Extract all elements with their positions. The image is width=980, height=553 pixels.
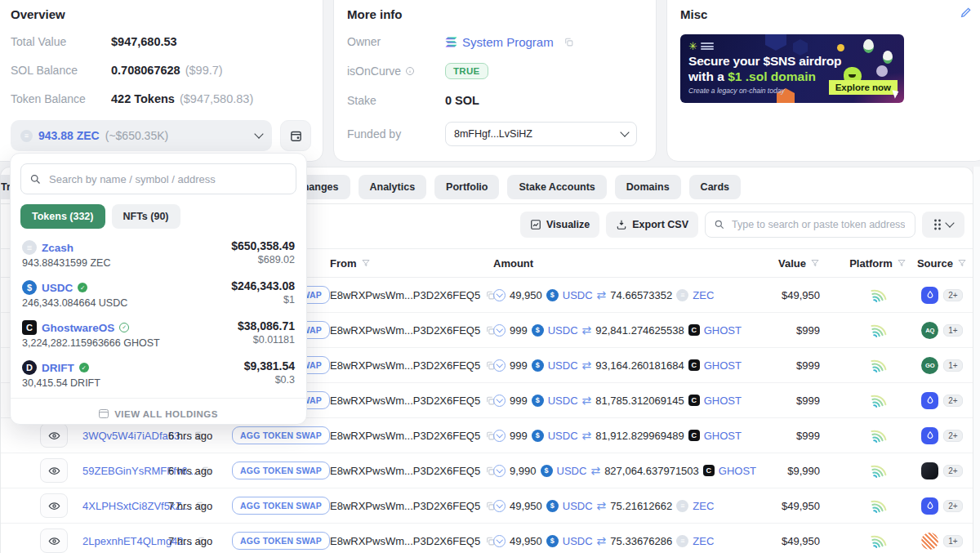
token-out-link[interactable]: GHOST <box>704 395 742 407</box>
token-out-link[interactable]: GHOST <box>704 359 742 372</box>
holding-item[interactable]: ≡Zcash 943.88431599 ZEC $650,358.49 $689… <box>11 234 306 274</box>
column-header-source[interactable]: Source <box>911 257 973 270</box>
wallet-button[interactable] <box>280 120 311 151</box>
tokens-tab[interactable]: Tokens (332) <box>20 204 105 229</box>
filter-icon[interactable] <box>957 258 967 268</box>
token-in-link[interactable]: USDC <box>548 430 578 442</box>
from-address[interactable]: E8wRXPwsWm...P3D2X6FEQ5 <box>330 500 480 512</box>
holding-item[interactable]: CGhostwareOS✓ 3,224,282.115963666 GHOST … <box>11 314 306 354</box>
source-aq-icon[interactable]: AQ <box>921 322 938 339</box>
export-csv-button[interactable]: Export CSV <box>606 212 698 238</box>
holding-name-link[interactable]: Zcash <box>42 242 74 254</box>
token-out-link[interactable]: GHOST <box>704 324 742 337</box>
source-dark-icon[interactable] <box>921 462 938 479</box>
view-all-holdings-button[interactable]: VIEW ALL HOLDINGS <box>11 398 306 429</box>
platform-icon[interactable] <box>870 461 887 480</box>
token-in-link[interactable]: USDC <box>548 324 578 337</box>
platform-icon[interactable] <box>870 390 887 410</box>
platform-icon[interactable] <box>870 426 887 445</box>
token-in-link[interactable]: USDC <box>563 535 593 547</box>
from-address[interactable]: E8wRXPwsWm...P3D2X6FEQ5 <box>330 430 480 442</box>
action-badge[interactable]: AGG TOKEN SWAP <box>232 497 330 515</box>
copy-icon[interactable] <box>564 37 574 47</box>
from-address[interactable]: E8wRXPwsWm...P3D2X6FEQ5 <box>330 535 480 547</box>
platform-icon[interactable] <box>870 320 887 340</box>
token-out-link[interactable]: ZEC <box>693 289 714 301</box>
preview-eye-button[interactable] <box>40 493 68 518</box>
token-in-link[interactable]: USDC <box>557 465 587 477</box>
expand-chevron-icon[interactable] <box>493 395 506 407</box>
from-address[interactable]: E8wRXPwsWm...P3D2X6FEQ5 <box>330 465 480 477</box>
holding-item[interactable]: DDRIFT✓ 30,415.54 DRIFT $9,381.54 $0.3 <box>11 354 306 394</box>
nfts-tab[interactable]: NFTs (90) <box>112 204 180 229</box>
visualize-button[interactable]: Visualize <box>520 212 599 238</box>
column-header-amount[interactable]: Amount <box>493 257 738 270</box>
token-in-link[interactable]: USDC <box>563 500 593 512</box>
filter-icon[interactable] <box>897 258 906 268</box>
source-drop-icon[interactable] <box>921 287 938 304</box>
table-search-input[interactable] <box>730 218 906 231</box>
row-value: $999 <box>738 430 820 442</box>
token-out-link[interactable]: ZEC <box>693 535 714 547</box>
action-badge[interactable]: AGG TOKEN SWAP <box>232 462 330 479</box>
edit-pencil-icon[interactable] <box>960 6 973 21</box>
tab-domains[interactable]: Domains <box>615 175 681 199</box>
expand-chevron-icon[interactable] <box>493 430 506 442</box>
source-drop-icon[interactable] <box>921 427 938 444</box>
token-selector[interactable]: ≡ 943.88 ZEC (~$650.35K) <box>11 120 272 151</box>
from-address[interactable]: E8wRXPwsWm...P3D2X6FEQ5 <box>330 324 480 337</box>
ad-cta-button[interactable]: Explore now <box>829 80 898 95</box>
column-header-platform[interactable]: Platform <box>820 257 911 270</box>
platform-icon[interactable] <box>870 285 887 305</box>
token-out-link[interactable]: GHOST <box>704 430 742 442</box>
preview-eye-button[interactable] <box>40 458 68 483</box>
action-badge[interactable]: AGG TOKEN SWAP <box>232 426 330 444</box>
preview-eye-button[interactable] <box>40 528 68 553</box>
token-in-link[interactable]: USDC <box>548 359 578 372</box>
source-drop-icon[interactable] <box>921 392 938 409</box>
platform-icon[interactable] <box>870 531 887 551</box>
source-drop-icon[interactable] <box>921 497 938 515</box>
from-address[interactable]: E8wRXPwsWm...P3D2X6FEQ5 <box>330 359 480 372</box>
platform-icon[interactable] <box>870 355 887 375</box>
from-address[interactable]: E8wRXPwsWm...P3D2X6FEQ5 <box>330 289 480 301</box>
token-out-link[interactable]: ZEC <box>693 500 714 512</box>
source-go-icon[interactable]: GO <box>921 357 938 374</box>
column-header-value[interactable]: Value <box>738 257 820 270</box>
token-in-link[interactable]: USDC <box>548 395 578 407</box>
expand-chevron-icon[interactable] <box>493 465 506 477</box>
token-selector-amount: 943.88 ZEC <box>38 129 100 142</box>
column-header-from[interactable]: From <box>330 257 493 270</box>
action-badge[interactable]: AGG TOKEN SWAP <box>232 532 330 550</box>
info-icon[interactable] <box>405 66 415 76</box>
ghost-icon: C <box>688 430 700 441</box>
ad-banner[interactable]: ✳ Secure your $SNS airdrop with a $1 .so… <box>680 34 904 103</box>
platform-icon[interactable] <box>870 496 887 515</box>
scrollbar-gutter[interactable] <box>973 167 980 553</box>
swap-arrows-icon: ⇄ <box>597 534 607 547</box>
tab-portfolio[interactable]: Portfolio <box>434 175 499 199</box>
tab-cards[interactable]: Cards <box>689 175 741 199</box>
expand-chevron-icon[interactable] <box>493 324 506 337</box>
row-time: 7 hrs ago <box>168 535 232 547</box>
expand-chevron-icon[interactable] <box>493 359 506 372</box>
tab-analytics[interactable]: Analytics <box>359 175 427 199</box>
source-striped-icon[interactable] <box>921 533 938 550</box>
holding-name-link[interactable]: GhostwareOS <box>42 322 114 334</box>
token-in-link[interactable]: USDC <box>563 289 593 301</box>
holding-name-link[interactable]: DRIFT <box>42 362 74 374</box>
holdings-search-input[interactable] <box>47 172 287 186</box>
holding-name-link[interactable]: USDC <box>42 282 73 294</box>
expand-chevron-icon[interactable] <box>493 289 506 301</box>
from-address[interactable]: E8wRXPwsWm...P3D2X6FEQ5 <box>330 395 480 407</box>
owner-link[interactable]: System Program <box>462 35 554 49</box>
expand-chevron-icon[interactable] <box>493 500 506 512</box>
expand-chevron-icon[interactable] <box>493 535 506 547</box>
column-settings-button[interactable] <box>922 212 964 238</box>
table-row: 59ZEBGinYsRMFFfv6... 6 hrs ago AGG TOKEN… <box>1 453 973 488</box>
filter-icon[interactable] <box>810 258 820 268</box>
filter-icon[interactable] <box>361 258 371 268</box>
funded-by-select[interactable]: 8mFHgf...LvSiHZ <box>445 122 637 146</box>
tab-stake-accounts[interactable]: Stake Accounts <box>507 175 606 199</box>
holding-item[interactable]: $USDC✓ 246,343.084664 USDC $246,343.08 $… <box>11 274 306 314</box>
